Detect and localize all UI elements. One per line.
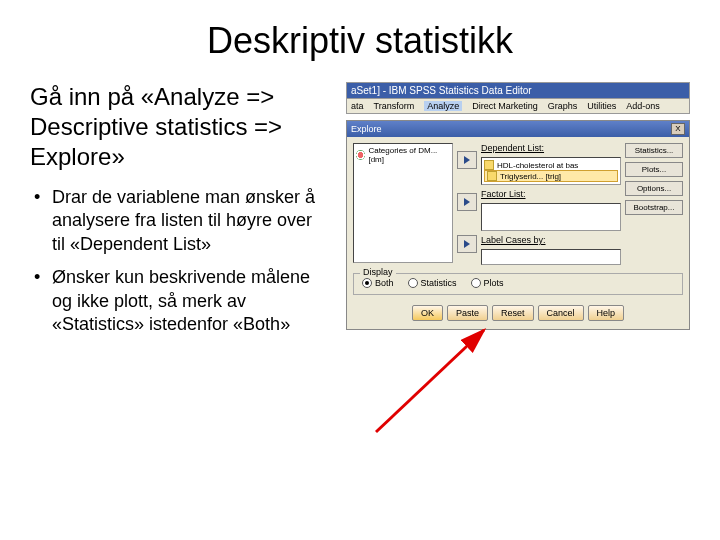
source-variable-list[interactable]: Categories of DM... [dm] <box>353 143 453 263</box>
bootstrap-button[interactable]: Bootstrap... <box>625 200 683 215</box>
dialog-buttons: OK Paste Reset Cancel Help <box>347 301 689 329</box>
app-menubar: ata Transform Analyze Direct Marketing G… <box>346 99 690 114</box>
scale-icon <box>487 171 497 181</box>
variable-label: Categories of DM... [dm] <box>368 146 450 164</box>
statistics-button[interactable]: Statistics... <box>625 143 683 158</box>
bullet-list: Drar de variablene man ønsker å analyser… <box>30 186 330 336</box>
left-column: Gå inn på «Analyze => Descriptive statis… <box>30 82 330 346</box>
dialog-title: Explore <box>351 124 382 134</box>
factor-list-box[interactable] <box>481 203 621 231</box>
bullet-item: Drar de variablene man ønsker å analyser… <box>48 186 330 256</box>
radio-icon <box>471 278 481 288</box>
slide-title: Deskriptiv statistikk <box>0 0 720 72</box>
menu-item[interactable]: Utilities <box>587 101 616 111</box>
bullet-item: Ønsker kun beskrivende målene og ikke pl… <box>48 266 330 336</box>
dependent-list-box[interactable]: HDL-cholesterol at bas Triglyserid... [t… <box>481 157 621 185</box>
menu-item[interactable]: Graphs <box>548 101 578 111</box>
screenshot-area: aSet1] - IBM SPSS Statistics Data Editor… <box>346 82 690 346</box>
arrow-right-icon <box>462 155 472 165</box>
explore-dialog: Explore X Categories of DM... [dm] <box>346 120 690 330</box>
subtitle: Gå inn på «Analyze => Descriptive statis… <box>30 82 330 172</box>
ok-button[interactable]: OK <box>412 305 443 321</box>
paste-button[interactable]: Paste <box>447 305 488 321</box>
arrow-right-icon <box>462 239 472 249</box>
radio-plots[interactable]: Plots <box>471 278 504 288</box>
variable-label: Triglyserid... [trig] <box>500 172 561 181</box>
move-to-factor-button[interactable] <box>457 193 477 211</box>
variable-item-selected[interactable]: Triglyserid... [trig] <box>484 170 618 182</box>
radio-label: Statistics <box>421 278 457 288</box>
move-to-dependent-button[interactable] <box>457 151 477 169</box>
menu-item-analyze[interactable]: Analyze <box>424 101 462 111</box>
app-titlebar: aSet1] - IBM SPSS Statistics Data Editor <box>346 82 690 99</box>
nominal-icon <box>356 150 365 160</box>
menu-item[interactable]: Add-ons <box>626 101 660 111</box>
move-buttons <box>457 143 477 265</box>
plots-button[interactable]: Plots... <box>625 162 683 177</box>
dialog-titlebar: Explore X <box>347 121 689 137</box>
side-buttons: Statistics... Plots... Options... Bootst… <box>625 143 683 265</box>
menu-item[interactable]: ata <box>351 101 364 111</box>
move-to-label-button[interactable] <box>457 235 477 253</box>
variable-label: HDL-cholesterol at bas <box>497 161 578 170</box>
display-legend: Display <box>360 267 396 277</box>
label-cases-label: Label Cases by: <box>481 235 621 245</box>
radio-both[interactable]: Both <box>362 278 394 288</box>
dependent-list-label: Dependent List: <box>481 143 621 153</box>
variable-item[interactable]: Categories of DM... [dm] <box>356 146 450 164</box>
radio-label: Plots <box>484 278 504 288</box>
menu-item[interactable]: Transform <box>374 101 415 111</box>
reset-button[interactable]: Reset <box>492 305 534 321</box>
radio-icon <box>362 278 372 288</box>
cancel-button[interactable]: Cancel <box>538 305 584 321</box>
variable-item[interactable]: HDL-cholesterol at bas <box>484 160 618 170</box>
factor-list-label: Factor List: <box>481 189 621 199</box>
display-group: Display Both Statistics Plots <box>353 273 683 295</box>
radio-statistics[interactable]: Statistics <box>408 278 457 288</box>
arrow-right-icon <box>462 197 472 207</box>
help-button[interactable]: Help <box>588 305 625 321</box>
options-button[interactable]: Options... <box>625 181 683 196</box>
svg-line-0 <box>376 330 484 432</box>
menu-item[interactable]: Direct Marketing <box>472 101 538 111</box>
target-fields: Dependent List: HDL-cholesterol at bas T… <box>481 143 621 265</box>
label-cases-box[interactable] <box>481 249 621 265</box>
close-button[interactable]: X <box>671 123 685 135</box>
radio-icon <box>408 278 418 288</box>
annotation-arrow-icon <box>366 322 506 442</box>
scale-icon <box>484 160 494 170</box>
radio-label: Both <box>375 278 394 288</box>
